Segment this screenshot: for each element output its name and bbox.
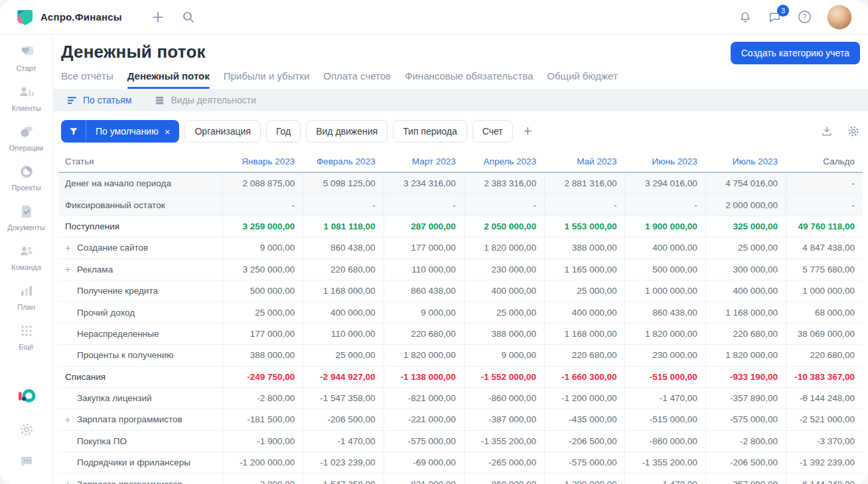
bell-icon[interactable] — [738, 10, 753, 25]
support-chat-icon[interactable] — [19, 454, 35, 469]
row-label: Поступления — [58, 221, 222, 231]
search-icon[interactable] — [182, 11, 195, 24]
sidebar-item-plan[interactable]: План — [3, 282, 50, 311]
expand-row-icon[interactable]: + — [65, 479, 70, 484]
sidebar-item-more[interactable]: Ещё — [3, 322, 50, 351]
cell-value: -1 355 200,00 — [464, 431, 544, 452]
column-header-month[interactable]: Февраль 2023 — [303, 156, 383, 166]
tab-cash-flow[interactable]: Денежный поток — [127, 70, 210, 89]
filter-chip-period-type[interactable]: Тип периода — [393, 120, 467, 143]
sidebar-item-operations[interactable]: Операции — [3, 123, 50, 152]
cell-value: -6 144 248,00 — [786, 473, 863, 484]
main-content: Денежный поток Создать категорию учета В… — [53, 34, 868, 484]
cell-value: 25 000,00 — [464, 302, 544, 322]
sidebar-item-label: Проекты — [11, 184, 40, 192]
filter-chip-account[interactable]: Счет — [472, 120, 513, 143]
table-row: Фиксированный остаток------2 000 000,00- — [58, 194, 863, 215]
expand-row-icon[interactable]: + — [65, 243, 70, 253]
row-label: +Реклама — [58, 265, 222, 274]
aspro-app-icon[interactable] — [17, 386, 36, 406]
subtab-activity-types[interactable]: Виды деятельности — [154, 95, 256, 106]
projects-icon — [18, 163, 35, 180]
sidebar-item-label: Операции — [9, 144, 43, 152]
subtab-by-items[interactable]: По статьям — [66, 95, 131, 106]
cell-value: 500 000,00 — [624, 259, 705, 280]
cell-value: 400 000,00 — [705, 280, 786, 301]
tab-all-reports[interactable]: Все отчёты — [61, 70, 113, 89]
sidebar-item-clients[interactable]: Клиенты — [3, 84, 50, 112]
default-filter-label: По умолчанию — [96, 126, 159, 137]
add-filter-button[interactable]: + — [518, 124, 538, 139]
cell-value: -1 470,00 — [624, 473, 705, 484]
column-header-month[interactable]: Май 2023 — [544, 156, 624, 166]
topbar: Аспро.Финансы 3 ? — [0, 0, 868, 34]
cell-value: -860 000,00 — [464, 473, 544, 484]
cell-value: 1 000 000,00 — [624, 280, 705, 301]
column-header-month[interactable]: Июнь 2023 — [624, 156, 705, 166]
tab-invoices[interactable]: Оплата счетов — [323, 70, 391, 89]
expand-row-icon[interactable]: + — [65, 265, 70, 274]
column-header-month[interactable]: Январь 2023 — [222, 156, 303, 166]
sidebar-item-projects[interactable]: Проекты — [3, 163, 50, 192]
column-header-saldo: Сальдо — [786, 156, 863, 166]
column-header-month[interactable]: Март 2023 — [384, 156, 464, 166]
cell-value: 1 820 000,00 — [384, 345, 464, 365]
cell-value: -2 944 927,00 — [303, 367, 383, 387]
cell-value: 300 000,00 — [705, 259, 786, 280]
download-icon[interactable] — [820, 125, 833, 138]
cell-value: -1 392 239,00 — [786, 452, 863, 473]
table-row: Списания-249 750,00-2 944 927,00-1 138 0… — [58, 367, 863, 388]
svg-text:?: ? — [803, 13, 807, 21]
tab-budget[interactable]: Общий бюджет — [547, 70, 618, 89]
cell-value: 400 000,00 — [464, 280, 544, 301]
tab-profit-loss[interactable]: Прибыли и убытки — [224, 70, 310, 89]
cell-value: -1 470,00 — [624, 388, 705, 408]
gear-icon[interactable] — [19, 422, 35, 438]
cell-value: 325 000,00 — [705, 216, 786, 237]
sidebar-item-start[interactable]: Старт — [3, 44, 50, 72]
default-filter-button[interactable]: По умолчанию × — [61, 120, 179, 143]
subtab-label: Виды деятельности — [171, 95, 256, 105]
cell-value: -206 500,00 — [705, 452, 786, 473]
remove-filter-icon[interactable]: × — [165, 126, 171, 137]
sidebar-item-documents[interactable]: Документы — [3, 203, 50, 231]
table-settings-gear-icon[interactable] — [847, 125, 860, 138]
cell-value: 9 000,00 — [222, 237, 303, 258]
help-icon[interactable]: ? — [797, 9, 812, 25]
cell-value: 25 000,00 — [222, 302, 303, 322]
cell-value: - — [624, 194, 705, 215]
cell-value: 177 000,00 — [384, 237, 464, 258]
cell-value: -1 547 358,00 — [303, 473, 383, 484]
tab-liabilities[interactable]: Финансовые обязательства — [405, 70, 533, 89]
row-label: +Зарплата программистов — [58, 479, 222, 484]
cell-value: 2 881 316,00 — [544, 173, 624, 194]
sidebar-item-team[interactable]: Команда — [3, 243, 50, 271]
filter-chip-movement-type[interactable]: Вид движения — [306, 120, 388, 143]
cell-value: -10 383 367,00 — [786, 367, 863, 387]
filter-chip-organization[interactable]: Организация — [184, 120, 260, 143]
cell-value: -1 900,00 — [222, 431, 303, 452]
cell-value: 230 000,00 — [624, 345, 705, 365]
cell-value: 220 680,00 — [303, 259, 383, 280]
cell-value: 860 438,00 — [303, 237, 383, 258]
column-header-month[interactable]: Апрель 2023 — [464, 156, 544, 166]
expand-row-icon[interactable]: + — [65, 415, 70, 424]
cell-value: 500 000,00 — [222, 280, 303, 301]
cell-value: -1 355 200,00 — [624, 452, 705, 473]
column-header-month[interactable]: Июль 2023 — [705, 156, 786, 166]
cell-value: 1 165 000,00 — [544, 259, 624, 280]
row-label: Прочий доход — [58, 308, 222, 318]
cell-value: -575 000,00 — [544, 452, 624, 473]
cell-value: 1 820 000,00 — [624, 324, 705, 344]
filter-chip-year[interactable]: Год — [266, 120, 301, 143]
brand[interactable]: Аспро.Финансы — [16, 8, 122, 26]
page-title: Денежный поток — [61, 42, 206, 62]
avatar[interactable] — [827, 5, 852, 30]
cell-value: -357 890,00 — [705, 388, 786, 408]
cell-value: 49 760 118,00 — [786, 216, 863, 237]
cell-value: 1 820 000,00 — [705, 345, 786, 365]
row-label: Списания — [58, 372, 222, 382]
create-category-button[interactable]: Создать категорию учета — [731, 42, 860, 64]
sidebar-item-label: Клиенты — [11, 104, 40, 112]
add-button[interactable] — [151, 11, 165, 24]
